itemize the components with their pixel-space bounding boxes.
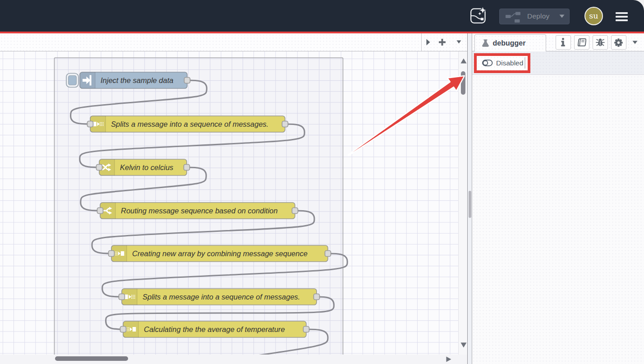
debugger-content xyxy=(472,75,644,364)
node-output-port[interactable] xyxy=(184,165,190,170)
debugger-disabled-toggle[interactable]: Disabled xyxy=(477,56,528,70)
deploy-label: Deploy xyxy=(527,12,549,20)
flow-node-join2[interactable]: Calculating the the average of temperatu… xyxy=(120,321,309,337)
plus-icon xyxy=(439,39,446,46)
node-output-port[interactable] xyxy=(282,121,288,127)
node-input-port[interactable] xyxy=(120,327,126,332)
user-avatar[interactable]: su xyxy=(584,7,603,25)
chevron-down-icon xyxy=(632,41,638,44)
info-button[interactable] xyxy=(556,35,571,50)
node-red-editor: Deploy su xyxy=(0,0,644,364)
scroll-up-icon[interactable] xyxy=(460,58,467,64)
flow-node-split2[interactable]: Splits a message into a sequence of mess… xyxy=(119,289,320,305)
avatar-initials: su xyxy=(589,12,598,20)
flow-graph: Inject the sample dataSplits a message i… xyxy=(0,51,458,355)
node-label: Calculating the the average of temperatu… xyxy=(144,325,285,333)
sidebar-action-buttons xyxy=(556,35,644,50)
scroll-right-icon xyxy=(426,39,430,46)
gear-icon xyxy=(614,38,623,47)
deploy-button[interactable]: Deploy xyxy=(499,9,570,24)
canvas-horizontal-scrollbar[interactable] xyxy=(0,355,467,364)
sidebar-menu-button[interactable] xyxy=(630,35,640,50)
node-output-port[interactable] xyxy=(325,251,331,257)
ai-assistant-button[interactable] xyxy=(470,7,487,24)
sidebar-header: debugger xyxy=(472,33,644,52)
flow-canvas[interactable]: Inject the sample dataSplits a message i… xyxy=(0,51,458,355)
hamburger-icon xyxy=(616,12,628,14)
add-flow-button[interactable] xyxy=(435,33,449,51)
deploy-nodes-icon xyxy=(505,9,522,23)
node-label: Splits a message into a sequence of mess… xyxy=(111,120,268,128)
info-icon xyxy=(561,38,565,47)
deploy-caret-icon xyxy=(559,14,565,18)
flow-node-split1[interactable]: Splits a message into a sequence of mess… xyxy=(87,116,288,132)
scroll-tabs-right-button[interactable] xyxy=(423,33,433,51)
toolbar-divider xyxy=(524,57,525,69)
settings-gear-button[interactable] xyxy=(611,35,626,50)
flask-icon xyxy=(482,39,489,47)
separator-grip[interactable] xyxy=(469,191,471,218)
workspace-tab-buttons xyxy=(421,33,467,51)
flow-node-inject[interactable]: Inject the sample data xyxy=(66,72,190,88)
debugger-toolbar: Disabled xyxy=(472,51,644,75)
disabled-toggle-label: Disabled xyxy=(496,59,523,67)
node-output-port[interactable] xyxy=(184,78,190,83)
flow-node-change1[interactable]: Kelvin to celcius xyxy=(97,159,190,175)
inject-button-inner xyxy=(69,76,77,85)
node-output-port[interactable] xyxy=(304,327,309,332)
help-book-button[interactable] xyxy=(574,35,589,50)
canvas-vertical-scrollbar[interactable] xyxy=(458,51,467,355)
sidebar: debugger xyxy=(472,33,644,364)
node-label: Inject the sample data xyxy=(101,76,173,84)
sidebar-resize-separator[interactable] xyxy=(467,33,472,364)
node-output-port[interactable] xyxy=(292,208,298,214)
scroll-down-icon[interactable] xyxy=(460,342,467,348)
flow-node-join1[interactable]: Creating new array by combining message … xyxy=(109,245,331,262)
main-menu-button[interactable] xyxy=(615,11,629,21)
node-output-port[interactable] xyxy=(314,294,320,300)
chevron-down-icon xyxy=(456,40,461,44)
ai-sparkle-flow-icon xyxy=(470,7,487,24)
node-label: Kelvin to celcius xyxy=(120,163,173,171)
sidebar-tab-debugger[interactable]: debugger xyxy=(474,34,546,51)
header-bar: Deploy su xyxy=(0,0,644,32)
book-icon xyxy=(577,38,586,47)
node-input-port[interactable] xyxy=(87,121,93,127)
flow-node-switch1[interactable]: Routing message sequence based on condit… xyxy=(97,203,298,219)
horizontal-scrollbar-thumb[interactable] xyxy=(55,356,128,361)
vertical-scrollbar-thumb[interactable] xyxy=(461,71,466,95)
node-label: Creating new array by combining message … xyxy=(132,249,308,258)
node-input-port[interactable] xyxy=(109,251,115,257)
node-input-port[interactable] xyxy=(97,165,102,170)
scroll-right-arrow-icon[interactable] xyxy=(446,356,451,362)
node-input-port[interactable] xyxy=(97,208,103,214)
node-input-port[interactable] xyxy=(119,294,125,300)
toggle-off-icon xyxy=(482,59,493,67)
debug-bug-button[interactable] xyxy=(593,35,608,50)
sidebar-tab-label: debugger xyxy=(493,39,526,47)
node-label: Routing message sequence based on condit… xyxy=(121,207,278,215)
flow-list-button[interactable] xyxy=(452,33,465,51)
workspace-tab-bar xyxy=(0,33,467,52)
bug-icon xyxy=(595,38,605,47)
node-label: Splits a message into a sequence of mess… xyxy=(143,293,300,301)
